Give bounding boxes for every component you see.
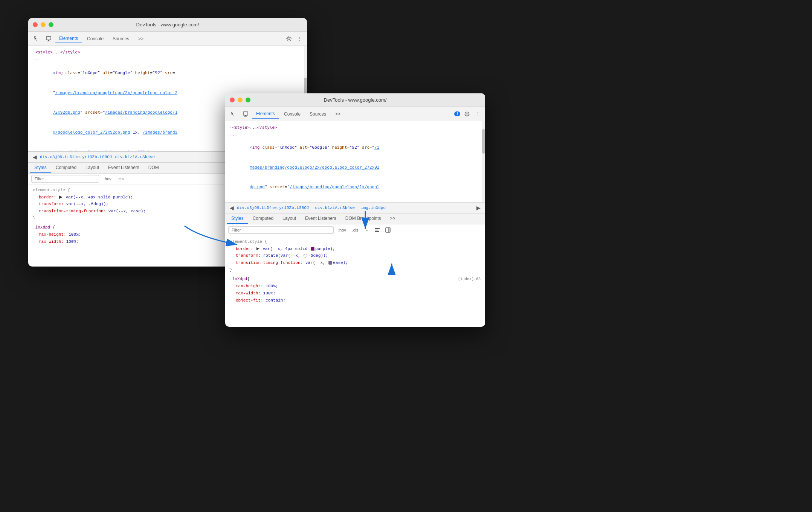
maximize-button-1[interactable] xyxy=(49,22,53,27)
filter-input-1[interactable] xyxy=(31,175,99,183)
titlebar-2: DevTools - www.google.com/ xyxy=(225,93,485,107)
svg-point-9 xyxy=(466,113,468,115)
styles-tab-computed-1[interactable]: Computed xyxy=(51,163,81,173)
window-title-1: DevTools - www.google.com/ xyxy=(136,22,199,27)
svg-rect-0 xyxy=(34,36,36,37)
styles-tab-more-2[interactable]: >> xyxy=(386,213,400,224)
css-rule-maxwidth-2: max-width: 100%; xyxy=(230,290,481,297)
svg-rect-6 xyxy=(243,112,248,115)
w2-html-line-2: <img class="lnXdpd" alt="Google" height=… xyxy=(230,137,481,157)
toolbar-2: Elements Console Sources >> 1 ⋮ xyxy=(225,107,485,121)
css-close-elem-2: } xyxy=(230,267,481,274)
color-swatch-purple[interactable] xyxy=(311,247,314,251)
svg-rect-7 xyxy=(245,115,246,116)
filter-icons-2: + xyxy=(363,226,392,234)
window-controls-2 xyxy=(230,98,250,102)
html-area-2: ·<style>...</style> ... <img class="lnXd… xyxy=(225,121,485,202)
settings-icon-2[interactable] xyxy=(462,109,472,119)
inspect-icon-2[interactable] xyxy=(240,109,251,119)
minimize-button-2[interactable] xyxy=(238,98,243,102)
tab-sources-2[interactable]: Sources xyxy=(306,110,330,118)
css-content-2: element.style { border: var(--x, 4px sol… xyxy=(225,236,485,306)
new-style-rule-btn[interactable] xyxy=(373,226,382,234)
svg-rect-3 xyxy=(48,40,49,41)
tab-elements-1[interactable]: Elements xyxy=(55,34,82,43)
tab-console-1[interactable]: Console xyxy=(83,35,107,43)
notif-area: 1 xyxy=(453,111,460,116)
add-style-btn[interactable]: + xyxy=(363,226,371,234)
more-menu-1[interactable]: ⋮ xyxy=(296,36,304,42)
tab-console-2[interactable]: Console xyxy=(280,110,304,118)
styles-tabs-2: Styles Computed Layout Event Listeners D… xyxy=(225,213,485,224)
styles-tab-layout-2[interactable]: Layout xyxy=(278,213,301,224)
breadcrumb-forward-2[interactable]: ▶ xyxy=(475,204,482,212)
breadcrumb-back-1[interactable]: ◀ xyxy=(31,153,38,161)
tab-elements-2[interactable]: Elements xyxy=(252,110,279,119)
close-button-1[interactable] xyxy=(33,22,38,27)
css-rule-transition-2: transition-timing-function: var(--x, eas… xyxy=(230,259,481,267)
breadcrumb-item-2-1[interactable]: div.o3j99.LLD4me.yr19Zb.LS8OJ xyxy=(237,206,309,210)
svg-rect-12 xyxy=(375,231,379,232)
styles-tab-dom-1[interactable]: DOM xyxy=(144,163,163,173)
css-rule-objectfit-2: object-fit: contain; xyxy=(230,297,481,304)
styles-tab-styles-2[interactable]: Styles xyxy=(227,213,248,224)
styles-tab-layout-1[interactable]: Layout xyxy=(81,163,104,173)
maximize-button-2[interactable] xyxy=(246,98,250,102)
svg-rect-8 xyxy=(244,116,247,117)
breadcrumb-back-2[interactable]: ◀ xyxy=(228,204,235,212)
hov-button-1[interactable]: :hov xyxy=(102,176,113,182)
cursor-icon-2[interactable] xyxy=(228,109,239,119)
html-line-2: <img class="lnXdpd" alt="Google" height=… xyxy=(33,63,302,83)
notification-badge: 1 xyxy=(454,111,460,116)
filter-input-2[interactable] xyxy=(228,226,334,234)
svg-rect-14 xyxy=(388,228,390,232)
cls-button-1[interactable]: .cls xyxy=(116,176,125,182)
toolbar-1: Elements Console Sources >> ⋮ xyxy=(28,32,307,46)
window-controls-1 xyxy=(33,22,53,27)
w2-html-line-5: elogo_color_272x92dp.png 1x, /images/bra… xyxy=(230,197,481,202)
window-title-2: DevTools - www.google.com/ xyxy=(324,97,387,103)
scrollbar-2[interactable] xyxy=(482,121,485,202)
styles-tab-eventlisteners-2[interactable]: Event Listeners xyxy=(301,213,341,224)
close-button-2[interactable] xyxy=(230,98,235,102)
w2-html-line-3: mages/branding/googlelogo/2x/googlelogo_… xyxy=(230,157,481,177)
minimize-button-1[interactable] xyxy=(41,22,46,27)
breadcrumb-item-2-2[interactable]: div.k1zlA.rSk4se xyxy=(315,206,355,210)
breadcrumb-item-2-3[interactable]: img.lnXdpd xyxy=(361,206,386,210)
css-selector-lnxdpd-2: .lnXdpd { (index):63 xyxy=(230,276,481,283)
w2-html-line-4: dp.png" srcset="/images/branding/googlel… xyxy=(230,177,481,197)
circle-swatch[interactable] xyxy=(304,254,307,258)
svg-rect-2 xyxy=(46,37,51,40)
css-rule-transform-2: transform: rotate(var(--x, -5deg)); xyxy=(230,252,481,259)
hov-button-2[interactable]: :hov xyxy=(337,227,348,233)
styles-tab-styles-1[interactable]: Styles xyxy=(30,163,51,173)
cls-button-2[interactable]: .cls xyxy=(351,227,360,233)
filter-bar-2: :hov .cls + xyxy=(225,224,485,236)
tab-more-2[interactable]: >> xyxy=(331,110,344,118)
more-menu-2[interactable]: ⋮ xyxy=(474,111,482,117)
breadcrumb-2: ◀ div.o3j99.LLD4me.yr19Zb.LS8OJ div.k1zl… xyxy=(225,202,485,213)
devtools-window-2: DevTools - www.google.com/ Elements Cons… xyxy=(225,93,485,327)
inspect-icon-1[interactable] xyxy=(43,34,54,44)
tab-more-1[interactable]: >> xyxy=(134,35,147,43)
styles-tab-eventlisteners-1[interactable]: Event Listeners xyxy=(104,163,144,173)
settings-icon-1[interactable] xyxy=(284,34,294,44)
tab-sources-1[interactable]: Sources xyxy=(109,35,133,43)
svg-rect-10 xyxy=(375,228,380,229)
css-rule-border-2: border: var(--x, 4px solid purple); xyxy=(230,245,481,253)
breadcrumb-item-1[interactable]: div.o3j99.LLD4me.yr19Zb.LS8OJ xyxy=(40,155,112,159)
styles-tab-computed-2[interactable]: Computed xyxy=(248,213,278,224)
breadcrumb-item-2[interactable]: div.k1zlA.rSk4se xyxy=(115,155,155,159)
titlebar-1: DevTools - www.google.com/ xyxy=(28,18,307,32)
checkbox-swatch[interactable] xyxy=(328,261,332,265)
css-selector-elem-2: element.style { xyxy=(230,238,481,245)
svg-point-5 xyxy=(288,38,290,40)
svg-rect-4 xyxy=(47,41,50,41)
toolbar-right-2: 1 ⋮ xyxy=(453,109,482,119)
svg-rect-11 xyxy=(375,230,378,230)
css-rule-maxheight-2: max-height: 100%; xyxy=(230,283,481,290)
cursor-icon-1[interactable] xyxy=(31,34,42,44)
toggle-sidebar-btn[interactable] xyxy=(384,226,392,234)
html-line-1: ·<style>...</style> xyxy=(33,49,302,56)
styles-tab-dombreakpoints-2[interactable]: DOM Breakpoints xyxy=(341,213,386,224)
